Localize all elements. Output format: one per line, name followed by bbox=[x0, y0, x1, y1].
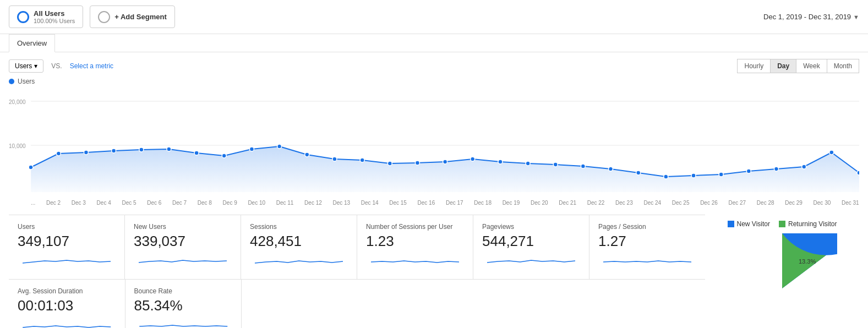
metric-value-pages-per-session: 1.27 bbox=[598, 233, 696, 250]
date-range-text: Dec 1, 2019 - Dec 31, 2019 bbox=[763, 13, 851, 21]
top-bar: All Users 100.00% Users + Add Segment De… bbox=[0, 0, 868, 34]
tab-overview[interactable]: Overview bbox=[9, 34, 55, 52]
svg-point-17 bbox=[360, 158, 364, 162]
segments-container: All Users 100.00% Users + Add Segment bbox=[9, 6, 175, 28]
metric-name-sessions: Sessions bbox=[250, 223, 348, 231]
sparkline-users bbox=[18, 253, 116, 270]
metric-card-empty-2 bbox=[358, 280, 474, 328]
x-axis-labels: ... Dec 2 Dec 3 Dec 4 Dec 5 Dec 6 Dec 7 … bbox=[9, 198, 859, 206]
metric-card-pages-per-session: Pages / Session 1.27 bbox=[589, 215, 705, 279]
metric-value-sessions-per-user: 1.23 bbox=[366, 233, 464, 250]
time-btn-hourly[interactable]: Hourly bbox=[737, 59, 771, 73]
svg-point-25 bbox=[581, 164, 585, 168]
returning-visitor-label: Returning Visitor bbox=[788, 220, 837, 228]
metric-name-bounce-rate: Bounce Rate bbox=[134, 287, 233, 295]
segment-sub: 100.00% Users bbox=[34, 18, 75, 24]
svg-point-33 bbox=[802, 165, 806, 169]
x-label: Dec 18 bbox=[474, 200, 492, 206]
sparkline-sessions bbox=[250, 253, 348, 270]
metric-selector: Users ▾ VS. Select a metric bbox=[9, 59, 113, 73]
metric-card-empty-3 bbox=[473, 280, 589, 328]
svg-point-34 bbox=[829, 150, 834, 155]
x-label: Dec 28 bbox=[757, 200, 774, 206]
time-btn-month[interactable]: Month bbox=[827, 59, 859, 73]
metric-name-new-users: New Users bbox=[134, 223, 232, 231]
segment-all-users[interactable]: All Users 100.00% Users bbox=[9, 6, 83, 28]
x-label: Dec 2 bbox=[46, 200, 61, 206]
metric-card-empty-4 bbox=[589, 280, 706, 328]
svg-point-35 bbox=[857, 171, 859, 175]
primary-metric-label: Users bbox=[15, 62, 32, 70]
segment-label: All Users bbox=[34, 9, 75, 18]
metric-card-bounce-rate: Bounce Rate 85.34% bbox=[125, 280, 242, 328]
x-label: Dec 27 bbox=[729, 200, 746, 206]
secondary-metric-selector[interactable]: Select a metric bbox=[70, 62, 113, 70]
pie-section: New Visitor Returning Visitor 86.7% 13.3… bbox=[705, 215, 859, 328]
svg-point-18 bbox=[387, 161, 392, 166]
x-label: Dec 6 bbox=[147, 200, 161, 206]
x-label: Dec 12 bbox=[304, 200, 322, 206]
metric-dropdown-icon: ▾ bbox=[34, 62, 37, 70]
add-segment-button[interactable]: + Add Segment bbox=[90, 6, 175, 28]
metric-card-sessions: Sessions 428,451 bbox=[241, 215, 357, 279]
metric-value-sessions: 428,451 bbox=[250, 233, 348, 250]
svg-point-12 bbox=[222, 154, 226, 158]
date-range-caret: ▼ bbox=[853, 14, 859, 20]
pie-legend-new-visitor: New Visitor bbox=[728, 220, 770, 228]
x-label: Dec 8 bbox=[198, 200, 212, 206]
x-label: Dec 10 bbox=[248, 200, 265, 206]
x-label: Dec 9 bbox=[223, 200, 237, 206]
time-btn-week[interactable]: Week bbox=[796, 59, 827, 73]
chart-legend: Users bbox=[9, 78, 859, 85]
svg-point-22 bbox=[498, 160, 503, 164]
metric-name-pages-per-session: Pages / Session bbox=[598, 223, 696, 231]
svg-point-8 bbox=[112, 149, 116, 153]
x-label: Dec 23 bbox=[615, 200, 633, 206]
svg-point-19 bbox=[415, 161, 419, 165]
x-label: Dec 20 bbox=[531, 200, 548, 206]
time-buttons: Hourly Day Week Month bbox=[738, 59, 859, 73]
metric-name-avg-session: Avg. Session Duration bbox=[18, 287, 116, 295]
sparkline-sessions-per-user bbox=[366, 253, 464, 270]
pie-chart bbox=[727, 233, 837, 328]
x-label: Dec 21 bbox=[559, 200, 576, 206]
x-label: Dec 11 bbox=[276, 200, 294, 206]
x-label: Dec 30 bbox=[814, 200, 831, 206]
svg-point-20 bbox=[443, 160, 447, 164]
add-segment-label: + Add Segment bbox=[114, 13, 167, 21]
metric-card-avg-session: Avg. Session Duration 00:01:03 bbox=[9, 280, 125, 328]
date-range-picker[interactable]: Dec 1, 2019 - Dec 31, 2019 ▼ bbox=[763, 13, 859, 21]
vs-label: VS. bbox=[51, 62, 62, 70]
metric-value-pageviews: 544,271 bbox=[482, 233, 580, 250]
metrics-row-2: Avg. Session Duration 00:01:03 Bounce Ra… bbox=[9, 279, 705, 328]
metric-name-pageviews: Pageviews bbox=[482, 223, 580, 231]
new-visitor-label: New Visitor bbox=[737, 220, 770, 228]
users-line-chart: 20,000 10,000 bbox=[9, 88, 859, 198]
sparkline-pageviews bbox=[482, 253, 580, 270]
x-label: Dec 24 bbox=[643, 200, 661, 206]
svg-point-6 bbox=[56, 151, 61, 156]
metrics-grid: Users 349,107 New Users 339,037 Sessions… bbox=[9, 215, 705, 328]
legend-dot-users bbox=[9, 79, 14, 84]
metrics-section: Users 349,107 New Users 339,037 Sessions… bbox=[0, 206, 868, 328]
add-segment-icon bbox=[98, 11, 110, 23]
svg-point-23 bbox=[526, 161, 530, 166]
pie-legend-returning-visitor: Returning Visitor bbox=[779, 220, 837, 228]
svg-point-26 bbox=[609, 167, 613, 171]
chart-section: Users ▾ VS. Select a metric Hourly Day W… bbox=[0, 52, 868, 206]
svg-point-10 bbox=[167, 147, 171, 151]
svg-point-9 bbox=[139, 147, 144, 152]
svg-point-30 bbox=[719, 172, 723, 177]
primary-metric-button[interactable]: Users ▾ bbox=[9, 59, 43, 73]
svg-point-28 bbox=[664, 174, 668, 179]
metric-card-empty-1 bbox=[242, 280, 358, 328]
metric-value-avg-session: 00:01:03 bbox=[18, 297, 116, 314]
metric-name-users: Users bbox=[18, 223, 116, 231]
x-label: Dec 3 bbox=[72, 200, 86, 206]
time-btn-day[interactable]: Day bbox=[770, 59, 796, 73]
svg-point-24 bbox=[553, 162, 558, 167]
x-label: Dec 7 bbox=[172, 200, 187, 206]
x-label: Dec 4 bbox=[97, 200, 111, 206]
x-label: Dec 29 bbox=[785, 200, 803, 206]
x-label: Dec 14 bbox=[361, 200, 379, 206]
